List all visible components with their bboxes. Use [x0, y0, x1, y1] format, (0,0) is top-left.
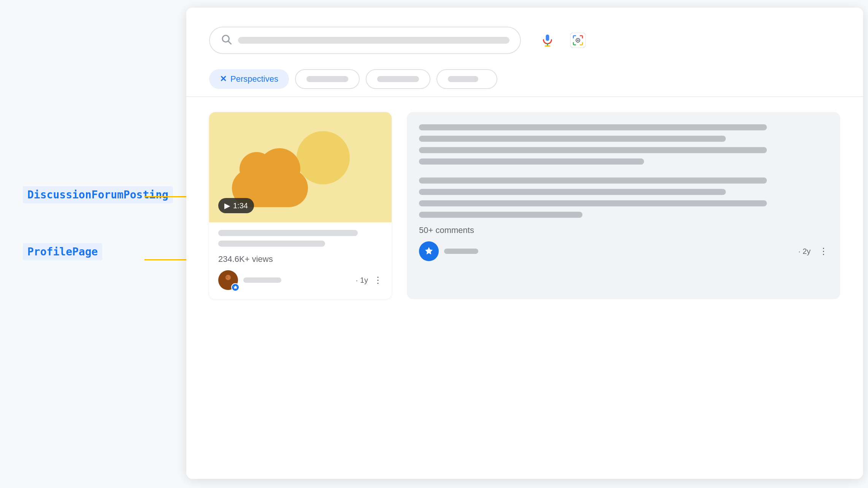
lens-icon[interactable] — [567, 29, 589, 52]
video-title-line-2 — [218, 241, 325, 247]
svg-point-8 — [225, 275, 231, 280]
avatar-badge — [231, 283, 240, 292]
search-placeholder — [238, 37, 509, 44]
svg-line-1 — [229, 41, 231, 44]
article-line-4 — [419, 158, 644, 165]
tab-4[interactable] — [436, 69, 497, 89]
article-avatar[interactable] — [419, 241, 439, 261]
article-author-bar — [444, 249, 478, 254]
svg-point-7 — [577, 40, 579, 41]
video-card: ▶ 1:34 234.6K+ views — [209, 112, 392, 299]
content-area: ▶ 1:34 234.6K+ views — [186, 97, 863, 314]
search-bar[interactable] — [209, 27, 521, 54]
video-info: 234.6K+ views — [209, 222, 392, 299]
tab2-placeholder — [306, 76, 348, 82]
video-title-line-1 — [218, 230, 358, 236]
video-duration: 1:34 — [233, 201, 248, 210]
svg-rect-2 — [546, 35, 549, 41]
article-more-options[interactable]: ⋮ — [819, 246, 828, 257]
article-line-2 — [419, 136, 726, 142]
play-icon: ▶ — [224, 201, 230, 210]
video-thumbnail: ▶ 1:34 — [209, 112, 392, 222]
browser-panel: ✕ Perspectives — [186, 8, 863, 479]
article-line-1 — [419, 124, 767, 130]
article-comments: 50+ comments — [419, 225, 828, 235]
annotation-discussion-label: DiscussionForumPosting — [23, 186, 173, 203]
tab-3[interactable] — [366, 69, 430, 89]
article-card: 50+ comments · 2y ⋮ — [407, 112, 840, 299]
tab4-placeholder — [448, 76, 478, 82]
article-line-5 — [419, 177, 767, 184]
article-line-6 — [419, 189, 726, 195]
article-line-7 — [419, 200, 767, 206]
tab-2[interactable] — [295, 69, 360, 89]
microphone-icon[interactable] — [536, 29, 559, 52]
search-icons-right — [536, 29, 589, 52]
article-footer: · 2y ⋮ — [419, 241, 828, 261]
tab3-placeholder — [377, 76, 419, 82]
search-icon — [221, 33, 232, 48]
close-tab-icon: ✕ — [220, 74, 227, 84]
video-more-options[interactable]: ⋮ — [373, 275, 382, 285]
views-count: 234.6K+ views — [218, 254, 382, 264]
article-time-ago: · 2y — [798, 247, 811, 256]
play-badge[interactable]: ▶ 1:34 — [218, 198, 254, 213]
perspectives-tab-label: Perspectives — [230, 74, 278, 84]
channel-name-bar — [243, 277, 281, 283]
annotation-profile-label: ProfilePage — [23, 243, 102, 260]
page-container: DiscussionForumPosting ProfilePage — [0, 0, 868, 488]
article-line-3 — [419, 147, 767, 153]
svg-point-10 — [226, 276, 228, 278]
video-footer: · 1y ⋮ — [218, 270, 382, 290]
article-line-8 — [419, 212, 582, 218]
filter-tabs: ✕ Perspectives — [186, 65, 863, 97]
channel-avatar-wrap — [218, 270, 238, 290]
search-area — [186, 8, 863, 65]
article-author-info — [444, 249, 793, 254]
channel-info — [243, 277, 348, 283]
video-time-ago: · 1y — [356, 276, 368, 285]
tab-perspectives[interactable]: ✕ Perspectives — [209, 69, 289, 89]
